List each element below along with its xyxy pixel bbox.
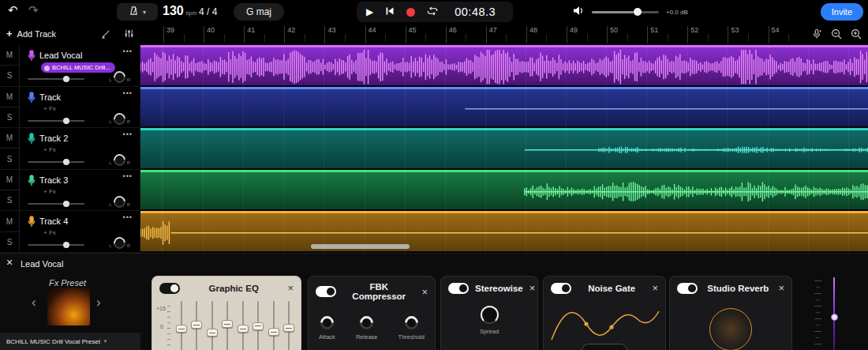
close-icon[interactable]: × — [287, 282, 294, 294]
slider-handle[interactable] — [63, 242, 69, 248]
pan-knob[interactable] — [111, 152, 128, 168]
undo-button[interactable]: ↶ — [8, 3, 18, 17]
add-fx-button[interactable]: + Fx — [43, 146, 56, 153]
track-row[interactable]: M S Lead Vocal ••• BCHILL MUSIC Drill...… — [0, 45, 140, 87]
mixer-icon[interactable] — [124, 28, 134, 41]
slider-handle[interactable] — [63, 201, 69, 207]
audio-region[interactable] — [140, 45, 868, 85]
eq-band-slider[interactable] — [253, 299, 264, 350]
slider-handle[interactable] — [63, 118, 69, 124]
preset-next-button[interactable]: › — [96, 295, 101, 310]
effect-toggle[interactable] — [159, 283, 180, 294]
track-row[interactable]: M S Track ••• + Fx L R — [0, 87, 140, 129]
knob-dial[interactable] — [317, 313, 336, 332]
effect-toggle[interactable] — [551, 283, 571, 294]
solo-button[interactable]: S — [0, 232, 19, 252]
slider-handle[interactable] — [63, 76, 69, 82]
track-row[interactable]: M S Track 2 ••• + Fx L R — [0, 128, 140, 170]
redo-button[interactable]: ↷ — [28, 3, 39, 17]
solo-button[interactable]: S — [0, 149, 19, 168]
preset-thumbnail[interactable] — [47, 288, 90, 326]
effect-toggle[interactable] — [316, 286, 336, 297]
zoom-in-icon[interactable] — [851, 28, 862, 42]
track-menu-button[interactable]: ••• — [123, 172, 133, 180]
pan-control[interactable]: L R — [109, 196, 130, 208]
track-row[interactable]: M S Track 4 ••• + Fx L R — [0, 211, 140, 253]
track-row[interactable]: M S Track 3 ••• + Fx L R — [0, 170, 140, 212]
track-menu-button[interactable]: ••• — [123, 47, 133, 55]
record-button[interactable] — [406, 8, 415, 17]
mute-button[interactable]: M — [0, 211, 19, 231]
close-icon[interactable]: × — [652, 282, 658, 294]
audio-region[interactable] — [140, 87, 868, 127]
track-volume-slider[interactable] — [28, 161, 84, 163]
pan-control[interactable]: L R — [109, 154, 130, 166]
zoom-out-icon[interactable] — [831, 28, 842, 42]
add-track-button[interactable]: + Add Track — [6, 28, 56, 40]
play-button[interactable]: ▶ — [366, 6, 373, 17]
horizontal-scrollbar[interactable] — [311, 244, 410, 249]
eq-band-handle[interactable] — [191, 321, 202, 329]
pan-knob[interactable] — [111, 69, 128, 85]
eq-band-handle[interactable] — [268, 328, 279, 336]
attack-knob[interactable]: Attack — [319, 316, 335, 341]
track-volume-slider[interactable] — [28, 78, 84, 80]
track-menu-button[interactable]: ••• — [123, 213, 133, 221]
track-volume-slider[interactable] — [28, 203, 84, 205]
time-display[interactable]: 00:48.3 — [455, 6, 496, 18]
eq-band-slider[interactable] — [207, 299, 218, 350]
pan-knob[interactable] — [111, 111, 128, 127]
eq-band-slider[interactable] — [176, 299, 187, 350]
eq-band-handle[interactable] — [238, 325, 249, 333]
time-signature[interactable]: 4 / 4 — [199, 6, 217, 17]
invite-button[interactable]: Invite — [821, 3, 863, 21]
bpm-control[interactable]: 130 bpm — [163, 4, 196, 18]
preset-dropdown[interactable]: BCHILL MUSIC Drill Vocal Preset ▾ — [0, 333, 140, 350]
close-icon[interactable]: × — [529, 282, 536, 294]
pan-control[interactable]: L R — [109, 71, 130, 83]
pan-knob[interactable] — [111, 194, 128, 210]
mute-button[interactable]: M — [0, 170, 19, 190]
threshold-knob[interactable]: Threshold — [398, 316, 425, 341]
add-fx-button[interactable]: + Fx — [43, 229, 56, 236]
eq-band-handle[interactable] — [207, 329, 218, 337]
knob-dial[interactable] — [402, 313, 421, 332]
eq-band-slider[interactable] — [222, 299, 233, 350]
pan-control[interactable]: L R — [109, 113, 130, 125]
spread-knob[interactable]: Spread — [480, 306, 499, 335]
eq-band-slider[interactable] — [191, 299, 202, 350]
close-panel-icon[interactable]: × — [6, 256, 13, 269]
effect-toggle[interactable] — [448, 283, 469, 294]
gate-threshold-pill[interactable] — [582, 344, 627, 350]
release-knob[interactable]: Release — [356, 316, 378, 341]
pan-knob[interactable] — [111, 235, 128, 251]
track-menu-button[interactable]: ••• — [123, 89, 133, 97]
solo-button[interactable]: S — [0, 66, 19, 85]
slider-handle[interactable] — [63, 159, 69, 165]
timeline-ruler[interactable]: 39404142434445464748495051525354 — [141, 24, 806, 45]
loop-button[interactable] — [427, 6, 438, 18]
preset-prev-button[interactable]: ‹ — [32, 295, 36, 310]
knob-dial[interactable] — [357, 313, 376, 332]
track-menu-button[interactable]: ••• — [123, 130, 133, 138]
vocal-fx-icon[interactable] — [811, 28, 822, 42]
timeline[interactable] — [140, 45, 868, 253]
eq-band-handle[interactable] — [283, 324, 294, 332]
pan-control[interactable]: L R — [109, 237, 130, 249]
volume-handle[interactable] — [634, 8, 642, 16]
eq-band-slider[interactable] — [283, 299, 294, 350]
solo-button[interactable]: S — [0, 107, 19, 127]
metronome-button[interactable]: ▾ — [117, 3, 158, 21]
master-volume-slider[interactable] — [592, 11, 659, 13]
eq-band-handle[interactable] — [176, 325, 187, 333]
preset-badge[interactable]: BCHILL MUSIC Drill... — [41, 62, 115, 73]
track-volume-slider[interactable] — [28, 120, 84, 122]
close-icon[interactable]: × — [421, 286, 428, 298]
edit-tool-icon[interactable] — [101, 28, 111, 41]
solo-button[interactable]: S — [0, 190, 19, 210]
mute-button[interactable]: M — [0, 87, 19, 107]
key-button[interactable]: G maj — [234, 3, 284, 21]
skip-to-start-button[interactable] — [385, 6, 395, 18]
add-fx-button[interactable]: + Fx — [43, 188, 56, 195]
fader-handle[interactable] — [831, 314, 838, 321]
